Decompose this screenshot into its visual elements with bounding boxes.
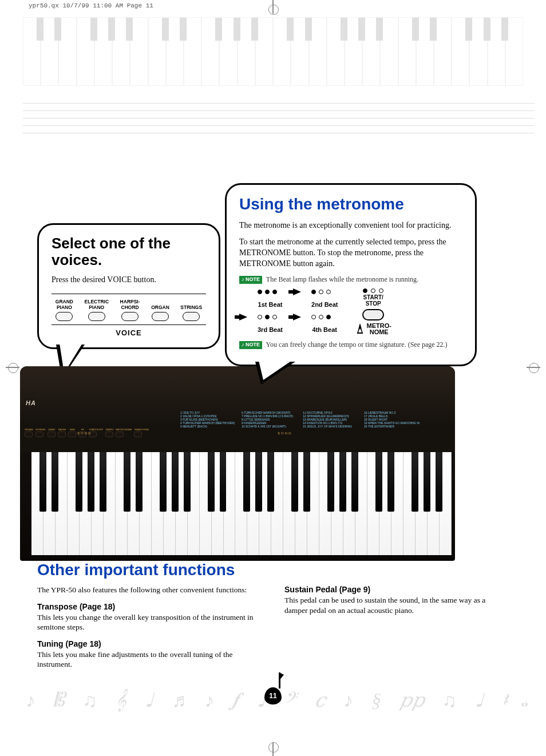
note-tag-icon: ♪ NOTE xyxy=(239,276,262,284)
registration-mark-icon xyxy=(266,742,280,756)
keyboard-song-section-label: SONG xyxy=(77,432,92,435)
background-staff-graphic xyxy=(23,103,535,149)
registration-mark-icon xyxy=(527,361,540,374)
metronome-label: METRO-NOME xyxy=(367,323,391,335)
voice-button: ELECTRICPIANO xyxy=(85,299,109,321)
beat-diagram: 1st Beat 2nd Beat 3rd Beat 4th Beat STAR… xyxy=(239,288,462,335)
voice-button-row: GRANDPIANOELECTRICPIANOHARPSI-CHORDORGAN… xyxy=(52,294,206,325)
arrow-right-icon xyxy=(239,314,247,320)
registration-mark-icon xyxy=(6,361,19,374)
beat-4-lamps xyxy=(311,315,338,319)
note-1-text: The Beat lamp flashes while the metronom… xyxy=(266,275,418,283)
voice-callout-bubble: Select one of the voices. Press the desi… xyxy=(37,223,220,349)
page-number-ornament: 11 xyxy=(264,687,282,704)
voice-button: STRINGS xyxy=(180,299,202,321)
note-tag-icon: ♪ NOTE xyxy=(239,341,262,349)
beat-2-label: 2nd Beat xyxy=(311,301,338,308)
metronome-note-1: ♪ NOTE The Beat lamp flashes while the m… xyxy=(239,275,462,284)
keyboard-keys-graphic xyxy=(31,452,452,555)
note-2-text: You can freely change the tempo or time … xyxy=(266,341,448,349)
other-functions-title: Other important functions xyxy=(37,561,509,579)
beat-1-label: 1st Beat xyxy=(258,301,283,308)
metronome-callout-bubble: Using the metronome The metronome is an … xyxy=(225,183,477,366)
voice-button: GRANDPIANO xyxy=(56,299,73,321)
page-number: 11 xyxy=(269,692,276,700)
transpose-heading: Transpose (Page 18) xyxy=(37,602,262,611)
print-header: ypr50.qx 10/7/99 11:00 AM Page 11 xyxy=(29,2,153,9)
beat-1-lamps xyxy=(258,290,283,294)
voice-section-label: VOICE xyxy=(52,328,206,337)
other-intro: The YPR-50 also features the following o… xyxy=(37,585,262,595)
metronome-title: Using the metronome xyxy=(239,195,462,213)
svg-rect-0 xyxy=(357,333,363,334)
bubble-tail-icon xyxy=(255,362,295,385)
start-stop-label: START/ STOP xyxy=(355,294,391,307)
keyboard-product-image: HA ORGANSTRINGSDEMOPAUSEREWFFSTART/STOPT… xyxy=(20,366,455,561)
other-functions-section: Other important functions The YPR-50 als… xyxy=(37,561,509,670)
keyboard-song-list: 1 ODE TO JOY2 VALSE OP.64-1 (CHOPIN)3 FÜ… xyxy=(180,411,421,428)
tuning-heading: Tuning (Page 18) xyxy=(37,639,262,648)
voice-bubble-instruction: Press the desired VOICE button. xyxy=(52,275,206,286)
arrow-right-icon xyxy=(293,288,301,295)
tuning-para: This lets you make fine adjustments to t… xyxy=(37,650,262,670)
metronome-icon xyxy=(355,324,365,334)
start-stop-panel: START/ STOP METRO-NOME xyxy=(355,288,391,335)
voice-button: ORGAN xyxy=(151,299,169,321)
metronome-note-2: ♪ NOTE You can freely change the tempo o… xyxy=(239,341,462,350)
metronome-para-2: To start the metronome at the currently … xyxy=(239,237,462,270)
voice-bubble-title: Select one of the voices. xyxy=(52,235,206,268)
beat-2-lamps xyxy=(311,290,338,294)
keyboard-brand-text: HA xyxy=(26,399,36,406)
transpose-para: This lets you change the overall key tra… xyxy=(37,612,262,632)
voice-button: HARPSI-CHORD xyxy=(120,299,140,321)
beat-3-lamps xyxy=(258,315,283,319)
beat-4-label: 4th Beat xyxy=(311,326,338,333)
beat-3-label: 3rd Beat xyxy=(258,326,283,333)
background-keyboard-graphic xyxy=(23,17,523,86)
metronome-para-1: The metronome is an exceptionally conven… xyxy=(239,220,462,231)
metronome-button-graphic xyxy=(362,309,384,320)
sustain-para: This pedal can be used to sustain the so… xyxy=(284,595,509,615)
arrow-right-icon xyxy=(293,314,301,320)
registration-mark-icon xyxy=(266,0,280,14)
keyboard-song-section-label: SONG xyxy=(278,432,292,435)
sustain-heading: Sustain Pedal (Page 9) xyxy=(284,585,509,594)
